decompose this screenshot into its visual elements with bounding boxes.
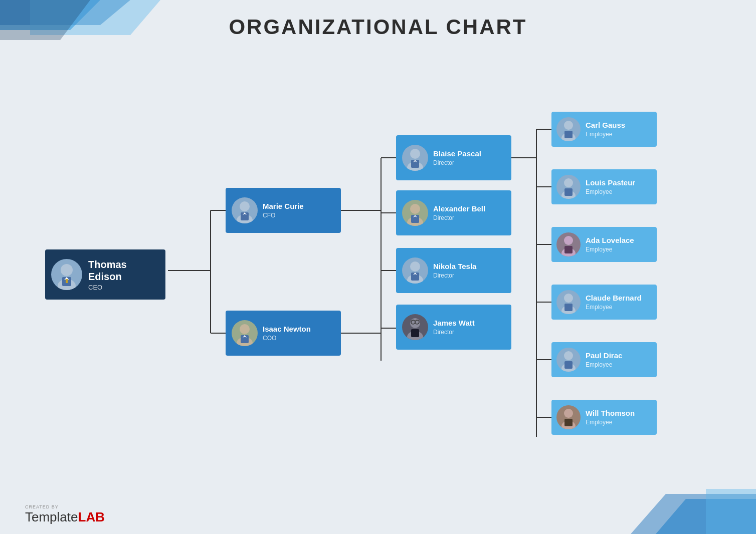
director0-name: Blaise Pascal — [433, 149, 481, 158]
svg-point-58 — [564, 121, 573, 130]
coo-name: Isaac Newton — [263, 325, 311, 334]
chart-wrapper: Thomas Edison CEO Marie Curie CFO — [30, 55, 726, 494]
employee-node-3: Claude Bernard Employee — [551, 285, 657, 320]
cfo-title: CFO — [263, 212, 304, 219]
emp1-title: Employee — [586, 188, 635, 195]
chart-area: Thomas Edison CEO Marie Curie CFO — [30, 55, 726, 494]
emp3-title: Employee — [586, 304, 642, 311]
svg-point-27 — [61, 264, 73, 276]
emp0-title: Employee — [586, 131, 625, 138]
director2-avatar — [402, 257, 428, 284]
emp1-name: Louis Pasteur — [586, 178, 635, 187]
emp1-avatar — [556, 175, 581, 199]
coo-title: COO — [263, 335, 311, 342]
director2-info: Nikola Tesla Director — [433, 262, 476, 279]
emp2-avatar — [556, 232, 581, 256]
director2-title: Director — [433, 272, 476, 279]
emp3-info: Claude Bernard Employee — [586, 294, 642, 311]
director3-name: James Watt — [433, 319, 475, 328]
emp3-avatar — [556, 290, 581, 314]
svg-point-40 — [410, 149, 420, 159]
emp0-info: Carl Gauss Employee — [586, 121, 625, 138]
ceo-avatar — [51, 259, 82, 290]
mid-node-1: Isaac Newton COO — [226, 311, 341, 356]
employee-node-1: Louis Pasteur Employee — [551, 169, 657, 204]
director1-name: Alexander Bell — [433, 204, 485, 213]
svg-point-32 — [240, 201, 250, 211]
svg-rect-75 — [564, 419, 573, 426]
director2-name: Nikola Tesla — [433, 262, 476, 271]
emp5-title: Employee — [586, 419, 635, 426]
watermark: CREATED BY TemplateLAB — [25, 504, 105, 525]
director1-avatar — [402, 200, 428, 226]
svg-point-36 — [240, 324, 250, 334]
svg-rect-72 — [564, 361, 573, 369]
coo-avatar — [232, 320, 258, 346]
page-title: ORGANIZATIONAL CHART — [0, 15, 756, 39]
svg-point-73 — [564, 409, 573, 418]
svg-marker-6 — [706, 489, 756, 534]
svg-point-64 — [564, 236, 573, 245]
director1-title: Director — [433, 214, 485, 221]
emp5-name: Will Thomson — [586, 409, 635, 418]
director0-info: Blaise Pascal Director — [433, 149, 481, 166]
watermark-brand-bold: LAB — [78, 509, 105, 524]
emp4-title: Employee — [586, 361, 622, 368]
emp2-name: Ada Lovelace — [586, 236, 634, 245]
svg-point-61 — [564, 178, 573, 187]
cfo-name: Marie Curie — [263, 202, 304, 211]
svg-rect-31 — [66, 279, 68, 283]
emp0-avatar — [556, 117, 581, 141]
director3-avatar — [402, 314, 428, 340]
emp1-info: Louis Pasteur Employee — [586, 178, 635, 195]
ceo-name: Thomas Edison — [88, 258, 159, 283]
director-node-3: James Watt Director — [396, 305, 511, 350]
svg-rect-66 — [564, 246, 573, 253]
svg-rect-63 — [564, 188, 573, 196]
watermark-created-by: CREATED BY — [25, 504, 59, 509]
director3-info: James Watt Director — [433, 319, 475, 336]
emp5-info: Will Thomson Employee — [586, 409, 635, 426]
emp4-info: Paul Dirac Employee — [586, 351, 622, 368]
svg-point-48 — [410, 261, 420, 272]
ceo-info: Thomas Edison CEO — [88, 258, 159, 291]
ceo-title: CEO — [88, 284, 159, 291]
emp4-avatar — [556, 348, 581, 372]
coo-info: Isaac Newton COO — [263, 325, 311, 342]
svg-point-67 — [564, 294, 573, 303]
watermark-brand-regular: Template — [25, 509, 78, 524]
emp4-name: Paul Dirac — [586, 351, 622, 360]
cfo-avatar — [232, 197, 258, 223]
employee-node-0: Carl Gauss Employee — [551, 112, 657, 147]
cfo-info: Marie Curie CFO — [263, 202, 304, 219]
director-node-0: Blaise Pascal Director — [396, 135, 511, 180]
svg-rect-69 — [564, 304, 573, 311]
employee-node-5: Will Thomson Employee — [551, 400, 657, 435]
emp0-name: Carl Gauss — [586, 121, 625, 130]
emp5-avatar — [556, 405, 581, 429]
director-node-2: Nikola Tesla Director — [396, 248, 511, 293]
director0-title: Director — [433, 159, 481, 166]
svg-rect-54 — [411, 329, 419, 337]
svg-point-70 — [564, 351, 573, 360]
director0-avatar — [402, 145, 428, 171]
employee-node-2: Ada Lovelace Employee — [551, 227, 657, 262]
director-node-1: Alexander Bell Director — [396, 190, 511, 235]
director1-info: Alexander Bell Director — [433, 204, 485, 221]
employee-node-4: Paul Dirac Employee — [551, 342, 657, 377]
director3-title: Director — [433, 329, 475, 336]
mid-node-0: Marie Curie CFO — [226, 188, 341, 233]
emp2-title: Employee — [586, 246, 634, 253]
svg-rect-60 — [564, 131, 573, 138]
watermark-brand: TemplateLAB — [25, 511, 105, 524]
svg-point-44 — [410, 204, 420, 214]
ceo-node: Thomas Edison CEO — [45, 249, 165, 300]
emp3-name: Claude Bernard — [586, 294, 642, 303]
emp2-info: Ada Lovelace Employee — [586, 236, 634, 253]
watermark-brand-container: TemplateLAB — [25, 509, 105, 525]
